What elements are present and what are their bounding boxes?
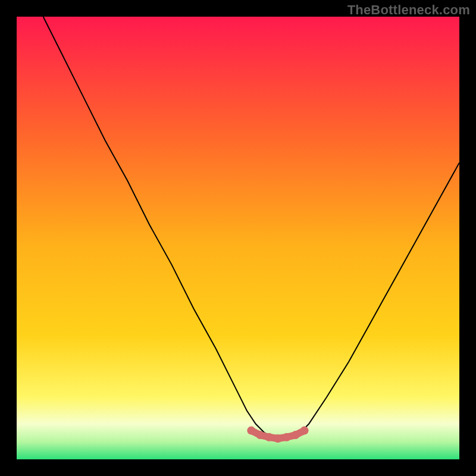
plot-area bbox=[17, 17, 459, 459]
optimal-marker bbox=[247, 427, 255, 435]
chart-frame: TheBottleneck.com bbox=[0, 0, 476, 476]
optimal-marker bbox=[283, 433, 291, 441]
optimal-marker bbox=[274, 434, 282, 443]
optimal-marker bbox=[300, 427, 309, 435]
optimal-marker bbox=[292, 431, 300, 439]
optimal-marker bbox=[265, 433, 273, 441]
watermark-text: TheBottleneck.com bbox=[347, 2, 470, 18]
optimal-marker bbox=[256, 431, 264, 439]
bottleneck-chart bbox=[17, 17, 459, 459]
